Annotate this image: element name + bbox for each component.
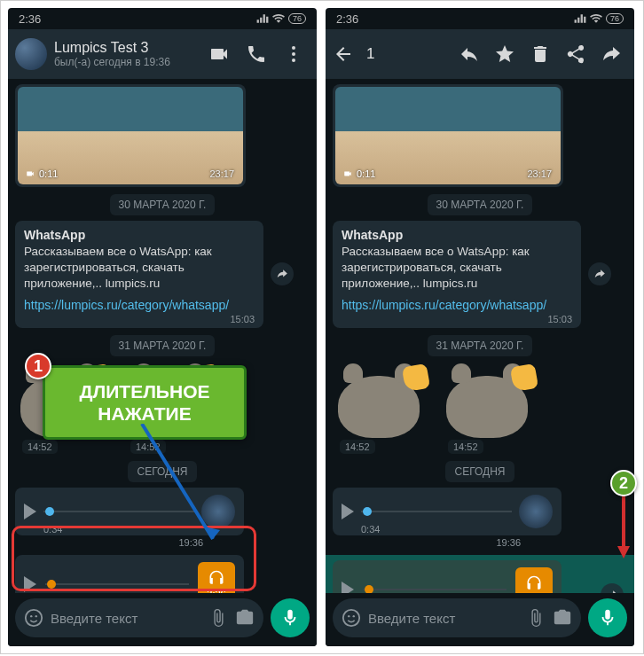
play-icon[interactable]: [342, 582, 354, 593]
delete-icon[interactable]: [530, 43, 551, 65]
back-icon[interactable]: [333, 43, 354, 65]
date-chip-2: 31 МАРТА 2020 Г.: [110, 335, 216, 356]
mic-button[interactable]: [588, 598, 627, 637]
more-icon[interactable]: [283, 43, 304, 65]
svg-line-9: [142, 424, 213, 539]
chat-area: 0:11 23:17 30 МАРТА 2020 Г. WhatsApp Рас…: [326, 79, 634, 593]
msg-time: 15:03: [24, 314, 255, 324]
svg-point-2: [292, 59, 295, 62]
emoji-icon[interactable]: [24, 608, 43, 628]
reply-icon[interactable]: [459, 43, 480, 65]
selection-count: 1: [366, 45, 452, 63]
audio-file-message[interactable]: 3:26 AUD-20200412-WA00... 19:38: [333, 560, 562, 593]
input-placeholder: Введите текст: [51, 611, 201, 626]
phone-right: 2:36 76 1 0:11 23:17: [326, 8, 634, 646]
voice-message[interactable]: 0:34 19:36: [333, 488, 562, 535]
msg-body: Рассказываем все о WatsApp: как зарегист…: [342, 244, 572, 293]
msg-link[interactable]: https://lumpics.ru/category/whatsapp/: [24, 298, 255, 312]
annotation-badge-2: 2: [610, 470, 637, 496]
forward-icon[interactable]: [601, 583, 624, 593]
contact-title-block[interactable]: Lumpics Test 3 был(-а) сегодня в 19:36: [54, 40, 201, 68]
image-time: 23:17: [527, 168, 552, 179]
contact-name: Lumpics Test 3: [54, 40, 201, 56]
status-time: 2:36: [19, 12, 41, 26]
mic-button[interactable]: [271, 598, 310, 637]
attach-icon[interactable]: [526, 608, 546, 628]
input-row: Введите текст: [8, 593, 317, 646]
audio-file-message[interactable]: 3:26 AUD-20200412-WA00... 19:38: [15, 555, 244, 593]
annotation-arrow-2: [610, 495, 637, 566]
text-message[interactable]: WhatsApp Рассказываем все о WatsApp: как…: [15, 221, 263, 328]
svg-point-1: [292, 52, 295, 56]
video-duration-badge: 0:11: [25, 168, 58, 179]
annotation-badge-1: 1: [25, 353, 51, 379]
msg-link[interactable]: https://lumpics.ru/category/whatsapp/: [342, 298, 572, 312]
svg-point-5: [35, 615, 37, 617]
voice-avatar: [519, 495, 553, 528]
date-chip-1: 30 МАРТА 2020 Г.: [110, 194, 216, 215]
forward-icon[interactable]: [271, 262, 294, 285]
msg-time: 15:03: [342, 314, 572, 324]
app-bar: Lumpics Test 3 был(-а) сегодня в 19:36: [8, 29, 317, 79]
sticker-1[interactable]: 14:52: [333, 362, 430, 454]
date-chip-2: 31 МАРТА 2020 Г.: [428, 335, 533, 356]
voice-call-icon[interactable]: [246, 43, 267, 65]
video-call-icon[interactable]: [208, 43, 230, 65]
camera-icon[interactable]: [553, 608, 572, 628]
msg-body: Рассказываем все о WatsApp: как зарегист…: [24, 244, 255, 293]
status-bar: 2:36 76: [8, 8, 317, 29]
selection-app-bar: 1: [326, 29, 634, 79]
play-icon[interactable]: [342, 504, 354, 519]
forward-icon[interactable]: [588, 262, 611, 285]
play-icon[interactable]: [24, 504, 36, 519]
svg-point-7: [348, 615, 349, 617]
svg-point-3: [26, 610, 42, 626]
image-message[interactable]: 0:11 23:17: [333, 84, 563, 187]
contact-avatar[interactable]: [15, 38, 47, 70]
selected-message-row[interactable]: 3:26 AUD-20200412-WA00... 19:38: [326, 555, 634, 593]
video-duration-badge: 0:11: [342, 168, 375, 179]
forward-icon[interactable]: [601, 43, 622, 65]
svg-point-0: [292, 46, 295, 50]
svg-marker-10: [204, 527, 220, 539]
attach-icon[interactable]: [208, 608, 228, 628]
message-input[interactable]: Введите текст: [15, 598, 263, 637]
svg-point-8: [353, 615, 355, 617]
svg-point-6: [343, 610, 359, 626]
image-message[interactable]: 0:11 23:17: [15, 84, 246, 187]
msg-title: WhatsApp: [342, 228, 572, 242]
status-time: 2:36: [336, 12, 358, 26]
headphones-badge: 3:26: [515, 567, 553, 593]
sticker-2[interactable]: 14:52: [441, 362, 538, 454]
image-time: 23:17: [209, 168, 234, 179]
last-seen: был(-а) сегодня в 19:36: [54, 56, 201, 68]
play-icon[interactable]: [24, 576, 36, 592]
star-icon[interactable]: [494, 43, 515, 65]
status-right: 76: [574, 13, 624, 24]
message-input[interactable]: Введите текст: [333, 598, 581, 637]
status-right: 76: [256, 13, 306, 24]
annotation-arrow-1: [133, 424, 240, 557]
camera-icon[interactable]: [235, 608, 255, 628]
date-chip-3: СЕГОДНЯ: [445, 461, 514, 482]
emoji-icon[interactable]: [342, 608, 361, 628]
headphones-badge: 3:26: [198, 562, 235, 593]
svg-point-4: [30, 615, 32, 617]
text-message[interactable]: WhatsApp Рассказываем все о WatsApp: как…: [333, 221, 581, 328]
date-chip-1: 30 МАРТА 2020 Г.: [428, 194, 533, 215]
msg-title: WhatsApp: [24, 228, 255, 242]
status-bar: 2:36 76: [326, 8, 634, 29]
svg-marker-12: [617, 546, 630, 558]
share-icon[interactable]: [565, 43, 586, 65]
input-row: Введите текст: [326, 593, 634, 646]
input-placeholder: Введите текст: [368, 611, 519, 626]
